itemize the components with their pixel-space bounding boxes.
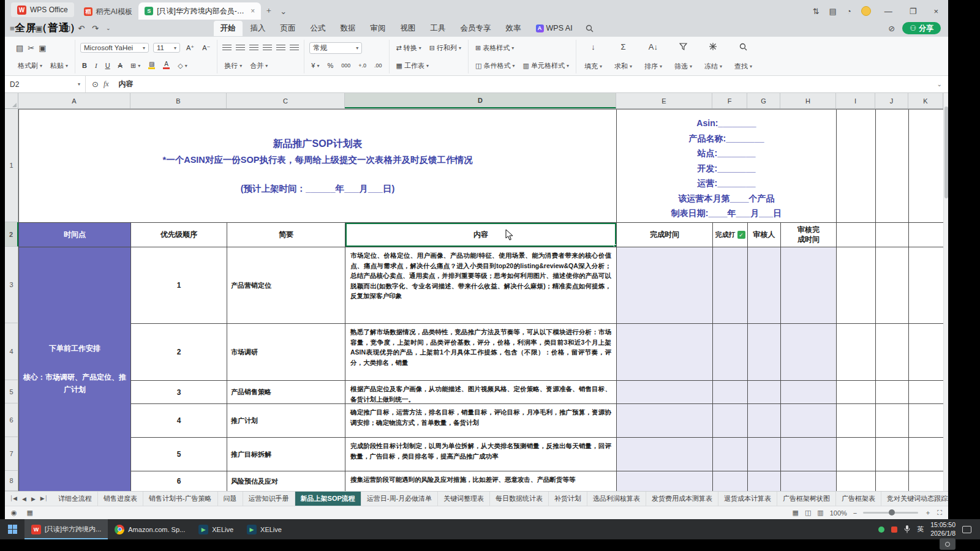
cell[interactable]	[837, 110, 876, 223]
cell[interactable]	[837, 404, 876, 438]
skin-icon[interactable]: ◔	[846, 7, 851, 16]
page-layout-icon[interactable]: ◫	[805, 509, 811, 517]
col-header-g[interactable]: G	[747, 93, 780, 108]
no-disturb-icon[interactable]: ⊘	[888, 24, 895, 33]
notification-center-icon[interactable]	[962, 526, 971, 533]
cell[interactable]	[909, 110, 944, 223]
content-cell[interactable]: 完成阶段性目标计划制定，以周为单位拆解，从大类排名预测销量，反推出每天销量，回评…	[345, 438, 617, 471]
wps-home-tab[interactable]: W WPS Office	[11, 2, 74, 17]
cell-mode-icon[interactable]: ▦	[27, 509, 33, 517]
sheet-tab-6[interactable]: 运营日-周-月必做清单	[361, 492, 438, 506]
sheet-tab-3[interactable]: 问题	[218, 492, 243, 506]
brief-cell[interactable]: 市场调研	[227, 324, 345, 381]
header-review-time[interactable]: 审核完成时间	[781, 223, 837, 247]
paste-button[interactable]: 粘贴▾	[48, 61, 70, 71]
cell[interactable]	[781, 324, 837, 381]
sheet-tab-4[interactable]: 运营知识手册	[243, 492, 295, 506]
cell[interactable]	[748, 404, 781, 438]
hamburger-menu-icon[interactable]: ≡	[10, 24, 15, 33]
zoom-in-icon[interactable]: ＋	[924, 508, 931, 517]
worksheet-button[interactable]: ▦ 工作表▾	[394, 61, 431, 71]
brief-cell[interactable]: 产品销售策略	[227, 381, 345, 404]
underline-button[interactable]: U	[104, 61, 112, 70]
cell[interactable]	[713, 247, 748, 324]
italic-button[interactable]: I	[93, 61, 99, 70]
cell[interactable]	[617, 324, 713, 381]
fill-color-button[interactable]: ▨	[146, 61, 157, 70]
cell[interactable]	[617, 247, 713, 324]
select-all-corner[interactable]	[5, 93, 18, 109]
fx-icon[interactable]: fx	[104, 80, 109, 89]
window-layout-icon[interactable]: ▤	[829, 7, 837, 16]
sheet-tab-1[interactable]: 销售进度表	[98, 492, 143, 506]
content-cell[interactable]: 市场定位、价格定位、用户画像、产品功能/特征、使用场景、能为消费者带来的核心价值…	[345, 247, 617, 324]
row-header-4[interactable]: 4	[5, 323, 18, 380]
prev-sheet-icon[interactable]: ◀	[22, 496, 26, 502]
row-header-8[interactable]: 8	[5, 471, 18, 491]
sort-button[interactable]: A↓排序▾	[641, 40, 665, 73]
menu-tab-insert[interactable]: 插入	[244, 21, 273, 36]
priority-cell[interactable]: 2	[131, 324, 227, 381]
taskbar-app-xelive-1[interactable]: ▶ XELive	[192, 519, 240, 539]
input-method-indicator[interactable]: 英	[917, 525, 924, 534]
tray-red-status-icon[interactable]	[891, 527, 897, 533]
format-painter-button[interactable]: 格式刷▾	[16, 61, 44, 71]
increase-font-icon[interactable]: A⁺	[184, 43, 196, 53]
cell[interactable]	[713, 438, 748, 471]
cell[interactable]	[837, 438, 876, 471]
menu-tab-page[interactable]: 页面	[274, 21, 303, 36]
zoom-out-icon[interactable]: −	[853, 509, 857, 517]
menu-tab-wps-ai[interactable]: AWPS AI	[529, 21, 579, 35]
sheet-tab-9[interactable]: 补货计划	[549, 492, 587, 506]
taskbar-app-wps[interactable]: W [只读]华方跨境内...	[24, 519, 108, 539]
cell[interactable]	[876, 381, 909, 404]
zoom-slider-thumb[interactable]	[889, 509, 895, 515]
cell[interactable]	[876, 438, 909, 471]
minimize-button[interactable]: —	[881, 7, 896, 16]
cell[interactable]	[909, 381, 944, 404]
phase-cell[interactable]: 下单前工作安排 核心：市场调研、产品定位、推广计划	[19, 247, 131, 492]
cell[interactable]	[748, 247, 781, 324]
expand-formula-bar-icon[interactable]: ⌄	[937, 81, 948, 88]
cell[interactable]	[909, 223, 944, 247]
title-cell[interactable]: 新品推广SOP计划表 *一个ASIN对应一份SOP执行表，每周给上级提交一次表格…	[19, 110, 617, 223]
col-header-d[interactable]: D	[345, 93, 616, 108]
member-avatar[interactable]	[861, 6, 871, 16]
row-header-6[interactable]: 6	[5, 403, 18, 437]
brief-cell[interactable]: 产品营销定位	[227, 247, 345, 324]
menu-tab-review[interactable]: 审阅	[364, 21, 393, 36]
cell[interactable]	[748, 438, 781, 471]
cell[interactable]	[617, 381, 713, 404]
priority-cell[interactable]: 1	[131, 247, 227, 324]
filter-button[interactable]: 筛选▾	[671, 40, 695, 73]
cell[interactable]	[713, 404, 748, 438]
borders-button[interactable]: ⊞▾	[129, 61, 142, 70]
col-header-c[interactable]: C	[227, 93, 345, 108]
cell[interactable]	[713, 471, 748, 492]
col-header-k[interactable]: K	[908, 93, 943, 108]
sheet-tab-11[interactable]: 发货费用成本测算表	[646, 492, 718, 506]
col-header-i[interactable]: I	[836, 93, 875, 108]
sheet-tab-active[interactable]: 新品上架SOP流程	[295, 492, 361, 506]
priority-cell[interactable]: 5	[131, 438, 227, 471]
sheet-tab-10[interactable]: 选品利润核算表	[587, 492, 646, 506]
new-tab-button[interactable]: ＋	[265, 5, 273, 16]
row-header-5[interactable]: 5	[5, 380, 18, 403]
zoom-slider[interactable]	[863, 512, 918, 514]
col-header-e[interactable]: E	[616, 93, 712, 108]
priority-cell[interactable]: 6	[131, 471, 227, 492]
close-tab-icon[interactable]: ×	[251, 7, 255, 15]
tray-green-status-icon[interactable]	[878, 527, 884, 533]
increase-decimal-icon[interactable]: +.0	[356, 62, 368, 69]
cell[interactable]	[876, 471, 909, 492]
header-finish-check[interactable]: 完成打✓	[713, 223, 748, 247]
brief-cell[interactable]: 风险预估及应对	[227, 471, 345, 492]
find-button[interactable]: 查找▾	[731, 40, 755, 73]
cell[interactable]	[876, 324, 909, 381]
cell[interactable]	[909, 404, 944, 438]
header-content-selected-cell[interactable]: 内容	[345, 223, 617, 247]
brief-cell[interactable]: 推广计划	[227, 404, 345, 438]
content-cell[interactable]: 熟悉了解市场数据情况，品类特性，竞品推广方法及节奏等，可从以下模块进行分析：市场…	[345, 324, 617, 381]
fullscreen-icon[interactable]: ⛶	[937, 509, 942, 517]
cell[interactable]	[617, 471, 713, 492]
